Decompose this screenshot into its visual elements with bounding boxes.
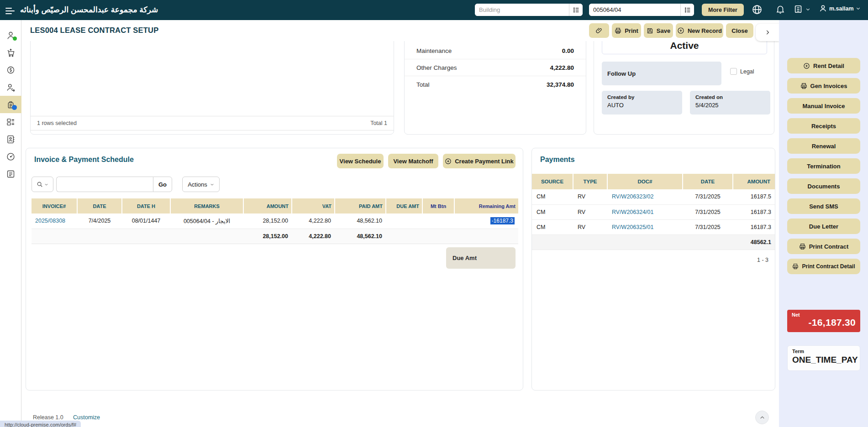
invoice-number-link[interactable]: 2025/08308: [35, 218, 65, 224]
release-text: Release 1.0: [33, 414, 63, 421]
building-search-field[interactable]: [475, 4, 583, 16]
bell-icon[interactable]: [775, 4, 785, 14]
printer-icon: [615, 27, 621, 34]
termination-button[interactable]: Termination: [787, 158, 860, 174]
payments-pagination: 1 - 3: [757, 257, 768, 263]
legal-checkbox-group: Legal: [730, 68, 754, 75]
nav-lease-icon-active[interactable]: [0, 96, 21, 113]
invoice-totals-row: 28,152.00 4,222.80 48,562.10: [32, 229, 518, 244]
invoice-schedule-card: Invoice & Payment Schedule View Schedule…: [26, 148, 523, 391]
printer-icon: [799, 243, 806, 250]
legal-label: Legal: [740, 68, 754, 75]
view-schedule-button[interactable]: View Schedule: [337, 154, 384, 168]
follow-up-field[interactable]: Follow Up: [602, 62, 721, 85]
payments-totals-row: 48562.1: [532, 234, 775, 250]
customize-link[interactable]: Customize: [73, 414, 100, 421]
go-button[interactable]: Go: [153, 177, 172, 192]
printer-icon: [800, 83, 807, 89]
nav-price-badge-icon[interactable]: [0, 61, 21, 78]
user-name: m.sallam: [829, 5, 854, 12]
nav-contacts-icon[interactable]: [0, 130, 21, 148]
nav-layout-list-icon[interactable]: [0, 113, 21, 130]
rows-selected-text: 1 rows selected: [37, 120, 77, 126]
hamburger-menu-icon[interactable]: [5, 6, 16, 14]
plus-circle-icon: [677, 27, 684, 34]
save-button[interactable]: Save: [644, 23, 673, 38]
print-button[interactable]: Print: [612, 23, 641, 38]
close-button[interactable]: Close: [726, 23, 753, 38]
user-menu[interactable]: m.sallam: [819, 4, 861, 13]
plus-circle-icon: [445, 158, 452, 165]
payments-header-row: SOURCE TYPE DOC# DATE AMOUNT: [532, 174, 775, 189]
charge-row-other-charges: Other Charges4,222.80: [405, 59, 586, 76]
print-contract-detail-button[interactable]: Print Contract Detail: [787, 259, 860, 274]
charge-row-maintenance: Maintenance0.00: [405, 42, 586, 59]
right-action-panel: Rent Detail Gen Invoices Manual Invoice …: [779, 20, 868, 427]
grid-total-text: Total 1: [370, 120, 387, 126]
payment-row: CM RV RV/W206324/01 7/31/2025 16187.3: [532, 204, 775, 219]
contract-number-input[interactable]: [589, 4, 680, 16]
new-record-button[interactable]: New Record: [676, 23, 723, 38]
payment-doc-link[interactable]: RV/W206324/01: [612, 209, 654, 215]
due-amt-tooltip: Due Amt: [446, 247, 516, 269]
actions-button[interactable]: Actions: [182, 177, 220, 192]
invoice-row[interactable]: 2025/08308 7/4/2025 08/01/1447 005064/04…: [32, 214, 518, 229]
nav-report-list-icon[interactable]: [0, 165, 21, 182]
grid-status-bar: 1 rows selected Total 1: [31, 116, 394, 130]
save-icon: [647, 27, 653, 34]
lease-contract-app: شركة مجموعة عبدالمحسن الرصيّص وأبنائه Mo…: [0, 0, 868, 427]
building-lov-icon[interactable]: [569, 4, 583, 16]
footer: Release 1.0 Customize: [21, 409, 779, 427]
nav-cart-icon[interactable]: [0, 44, 21, 61]
company-title: شركة مجموعة عبدالمحسن الرصيّص وأبنائه: [20, 5, 158, 15]
left-nav-rail: [0, 20, 21, 427]
gen-invoices-button[interactable]: Gen Invoices: [787, 78, 860, 94]
payment-row: CM RV RV/W206325/01 7/31/2025 16187.3: [532, 219, 775, 234]
send-sms-button[interactable]: Send SMS: [787, 198, 860, 214]
payment-doc-link[interactable]: RV/W206323/02: [612, 193, 654, 200]
charge-row-total: Total32,374.80: [405, 76, 586, 93]
payment-doc-link[interactable]: RV/W206325/01: [612, 224, 654, 230]
print-contract-button[interactable]: Print Contract: [787, 239, 860, 254]
scroll-top-button[interactable]: [755, 411, 769, 424]
search-column-selector[interactable]: [32, 177, 53, 192]
invoice-schedule-table: INVOICE# DATE DATE H REMARKS AMOUNT VAT …: [32, 198, 518, 244]
manual-invoice-button[interactable]: Manual Invoice: [787, 98, 860, 114]
nav-user-icon[interactable]: [0, 26, 21, 44]
status-url-tooltip: http://cloud-premise.com/ords/f#: [0, 421, 81, 427]
building-input[interactable]: [475, 4, 569, 16]
view-matchoff-button[interactable]: View Matchoff: [388, 154, 438, 168]
due-letter-button[interactable]: Due Letter: [787, 219, 860, 234]
receipts-button[interactable]: Receipts: [787, 118, 860, 134]
selected-remaining-amt[interactable]: -16187.3: [490, 217, 515, 224]
invoice-schedule-title: Invoice & Payment Schedule: [34, 156, 134, 164]
collapse-panel-button[interactable]: [756, 24, 779, 41]
payments-table: SOURCE TYPE DOC# DATE AMOUNT CM RV RV/W2…: [532, 174, 775, 250]
create-payment-link-button[interactable]: Create Payment Link: [443, 154, 516, 168]
invoice-toolbar: Go Actions: [32, 177, 220, 192]
rent-detail-button[interactable]: Rent Detail: [787, 58, 860, 73]
payment-row: CM RV RV/W206323/02 7/31/2025 16187.5: [532, 189, 775, 204]
contract-lov-icon[interactable]: [680, 4, 694, 16]
status-badge: Active: [602, 41, 767, 54]
attachment-button[interactable]: [589, 23, 609, 38]
status-dot-blue: [12, 105, 17, 110]
payments-card: Payments SOURCE TYPE DOC# DATE AMOUNT CM: [531, 148, 775, 391]
top-bar: شركة مجموعة عبدالمحسن الرصيّص وأبنائه Mo…: [0, 0, 868, 20]
term-label: Term: [792, 349, 855, 354]
globe-icon[interactable]: [752, 4, 763, 15]
nav-user-settings-icon[interactable]: [0, 78, 21, 96]
page-header: LES004 LEASE CONTRACT SETUP Print Save N…: [21, 20, 779, 41]
status-card: Active Follow Up Legal Created by AUTO C…: [594, 41, 774, 135]
nav-gauge-icon[interactable]: [0, 148, 21, 165]
invoice-search-input[interactable]: [56, 177, 153, 192]
main-content: 1 rows selected Total 1 Maintenance0.00 …: [21, 41, 779, 409]
term-card: Term ONE_TIME_PAY: [787, 345, 860, 371]
charges-summary-card: Maintenance0.00 Other Charges4,222.80 To…: [404, 41, 586, 135]
more-filter-button[interactable]: More Filter: [702, 4, 744, 16]
documents-button[interactable]: Documents: [787, 178, 860, 194]
legal-checkbox[interactable]: [730, 68, 737, 75]
contract-search-field[interactable]: [589, 4, 694, 16]
menu-list-icon[interactable]: [794, 4, 810, 14]
renewal-button[interactable]: Renewal: [787, 138, 860, 154]
